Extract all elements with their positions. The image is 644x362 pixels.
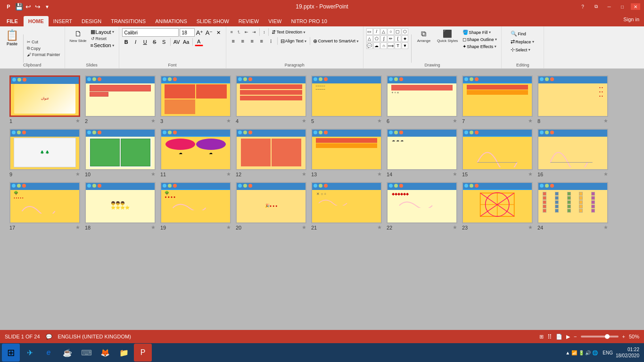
slide-thumbnail[interactable] [85, 75, 156, 117]
increase-font-button[interactable]: A⁺ [196, 28, 204, 37]
decrease-font-button[interactable]: A⁻ [205, 28, 214, 37]
tab-file[interactable]: FILE [2, 16, 23, 26]
slide-thumbnail[interactable] [85, 129, 156, 170]
slide-item[interactable]: 🌳• • • • • 17 ★ [9, 182, 80, 230]
taskbar-java[interactable]: ☕ [58, 344, 76, 362]
shape-effects-dropdown[interactable]: ✦ Shape Effects ▼ [462, 43, 498, 49]
slide-item[interactable]: ☁☁ 11 ★ [160, 129, 231, 177]
zoom-in-button[interactable]: + [622, 334, 625, 339]
align-center-button[interactable]: ≡ [239, 37, 247, 45]
shape-arc[interactable]: ∩ [380, 42, 387, 49]
bold-button[interactable]: B [122, 38, 131, 46]
tab-transitions[interactable]: TRANSITIONS [106, 16, 150, 26]
increase-indent-button[interactable]: ⇥ [251, 29, 257, 35]
new-slide-button[interactable]: 🗋 New Slide [68, 28, 89, 44]
slide-thumbnail[interactable]: ◆◆◆◆◆◆ [387, 182, 457, 223]
save-button[interactable]: 💾 [15, 3, 23, 10]
slide-item[interactable]: + ÷ × 6 ★ [387, 75, 457, 124]
restore-button[interactable]: □ [618, 3, 627, 10]
taskbar-keyboard[interactable]: ⌨ [77, 344, 95, 362]
slide-thumbnail[interactable] [462, 129, 533, 170]
taskbar-telegram[interactable]: ✈ [21, 344, 39, 362]
slide-item[interactable]: 10 ★ [85, 129, 156, 177]
shape-outline-dropdown[interactable]: ◻ Shape Outline ▼ [462, 36, 498, 42]
slide-sorter-button[interactable]: ⠿ [547, 333, 552, 340]
taskbar-ie[interactable]: e [40, 344, 58, 362]
shadow-button[interactable]: S [160, 38, 168, 46]
shape-pentagon[interactable]: ⬠ [373, 35, 380, 42]
shape-connector[interactable]: ⟶ [388, 42, 394, 49]
tab-review[interactable]: REVIEW [234, 16, 264, 26]
slide-thumbnail[interactable]: ▲▲▲ [537, 129, 608, 170]
section-dropdown[interactable]: ≡ Section ▼ [90, 42, 116, 49]
taskbar-explorer[interactable]: 📁 [115, 344, 133, 362]
line-spacing-button[interactable]: ↕ [262, 29, 267, 35]
shape-brace[interactable]: { [395, 35, 401, 42]
char-spacing-button[interactable]: AV [173, 38, 181, 46]
slide-item[interactable]: ☁ ☁ ☁ 14 ★ [387, 129, 457, 177]
slide-item[interactable]: عنوان 1 ★ [9, 75, 80, 124]
convert-smartart-dropdown[interactable]: ⊕ Convert to SmartArt ▼ [312, 38, 360, 45]
slide-item[interactable]: 4 ★ [236, 75, 306, 124]
shape-star[interactable]: ★ [402, 35, 408, 42]
font-size-selector[interactable]: 18 [180, 28, 195, 37]
shape-fill-dropdown[interactable]: 🪣 Shape Fill ▼ [462, 29, 498, 35]
slide-thumbnail[interactable] [236, 75, 306, 117]
slide-thumbnail[interactable] [311, 129, 382, 170]
slide-thumbnail[interactable]: 🌳• • • • • [9, 182, 80, 223]
tab-nitro[interactable]: NITRO PRO 10 [286, 16, 331, 26]
slide-item[interactable]: 13 ★ [311, 129, 382, 177]
undo-button[interactable]: ↩ [25, 3, 32, 10]
sign-in-button[interactable]: Sign in [619, 16, 644, 22]
find-button[interactable]: 🔍 Find [510, 30, 527, 37]
window-resize-button[interactable]: ⧉ [591, 3, 601, 10]
slide-thumbnail[interactable] [160, 75, 231, 117]
align-text-dropdown[interactable]: ⊟ Align Text ▼ [280, 38, 308, 45]
slideshow-button[interactable]: ▶ [566, 334, 570, 340]
shape-curve[interactable]: ∫ [380, 35, 387, 42]
tab-design[interactable]: DESIGN [77, 16, 106, 26]
slide-item[interactable]: ✕ ○ ÷ 21 ★ [311, 182, 382, 230]
align-left-button[interactable]: ≡ [229, 37, 238, 45]
slide-thumbnail[interactable] [462, 75, 533, 117]
justify-button[interactable]: ≡ [257, 37, 266, 45]
shape-rect[interactable]: ▭ [366, 28, 373, 35]
slide-thumbnail[interactable] [537, 182, 608, 223]
format-painter-button[interactable]: 🖌 Format Painter [25, 52, 62, 58]
slide-item[interactable]: ▲▲▲ 16 ★ [537, 129, 608, 177]
tab-view[interactable]: VIEW [264, 16, 286, 26]
shape-line[interactable]: / [373, 28, 380, 35]
close-button[interactable]: ✕ [631, 3, 640, 10]
reset-button[interactable]: ↺ Reset [90, 36, 116, 41]
slide-thumbnail[interactable] [236, 129, 306, 170]
slide-thumbnail[interactable]: ✕ ○ ÷ [311, 182, 382, 223]
slide-thumbnail[interactable]: 🌲 🌲 [9, 129, 80, 170]
slide-item[interactable]: 🎉● ● ● 20 ★ [236, 182, 306, 230]
slide-item[interactable]: ~~~~~~~~~~ 5 ★ [311, 75, 382, 124]
start-button[interactable]: ⊞ [2, 344, 20, 362]
slide-thumbnail[interactable] [462, 182, 533, 223]
arrange-button[interactable]: ⧉ Arrange [414, 28, 433, 44]
slide-item[interactable]: • •• •• • 8 ★ [537, 75, 608, 124]
shape-more[interactable]: ⬡ [402, 28, 408, 35]
help-button[interactable]: ? [578, 3, 587, 10]
quick-styles-button[interactable]: ⬛ Quick Styles [435, 28, 460, 44]
shape-circle[interactable]: ○ [388, 28, 394, 35]
slide-thumbnail[interactable]: 👦👦👦⭐⭐⭐⭐ [85, 182, 156, 223]
zoom-slider[interactable] [581, 336, 619, 337]
cut-button[interactable]: ✂ Cut [25, 39, 62, 45]
text-direction-dropdown[interactable]: ⇵ Text Direction ▼ [271, 29, 306, 36]
customize-button[interactable]: ▼ [43, 3, 51, 10]
shape-callout[interactable]: 💬 [366, 42, 373, 49]
shape-text[interactable]: T [395, 42, 401, 49]
taskbar-powerpoint[interactable]: P [134, 344, 152, 362]
slide-item[interactable]: 2 ★ [85, 75, 156, 124]
slide-thumbnail[interactable]: ~~~~~~~~~~ [311, 75, 382, 117]
zoom-out-button[interactable]: − [574, 334, 577, 339]
tab-insert[interactable]: INSERT [49, 16, 77, 26]
reading-view-button[interactable]: 📄 [556, 334, 562, 340]
slide-item[interactable]: 👦👦👦⭐⭐⭐⭐ 18 ★ [85, 182, 156, 230]
shape-triangle[interactable]: △ [380, 28, 387, 35]
columns-button[interactable]: ⫶ [267, 37, 275, 45]
notes-icon[interactable]: 💬 [46, 334, 52, 340]
